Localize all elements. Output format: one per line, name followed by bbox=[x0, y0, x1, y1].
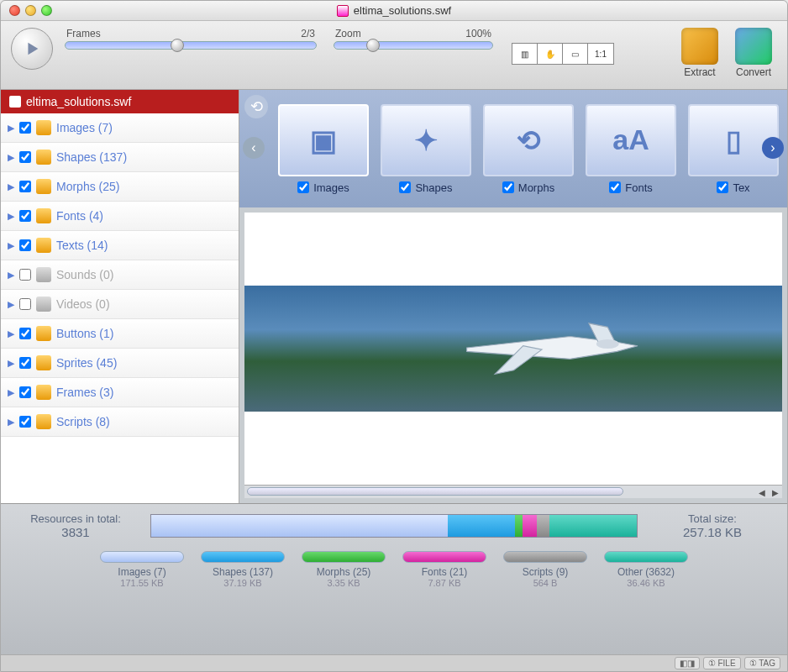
status-chip-1[interactable]: ◧◨ bbox=[675, 657, 700, 669]
sidebar-item-sprites[interactable]: ▶ Sprites (45) bbox=[1, 349, 239, 378]
play-button[interactable] bbox=[11, 28, 53, 70]
sidebar-item-videos[interactable]: ▶ Videos (0) bbox=[1, 290, 239, 319]
frames-slider-thumb[interactable] bbox=[171, 39, 184, 52]
category-checkbox-label[interactable]: Morphs bbox=[502, 181, 554, 194]
category-checkbox-label[interactable]: Images bbox=[297, 181, 349, 194]
traffic-lights bbox=[1, 5, 52, 16]
category-thumb-icon: ⟲ bbox=[483, 104, 574, 176]
sidebar-checkbox[interactable] bbox=[19, 386, 31, 398]
category-checkbox[interactable] bbox=[297, 181, 309, 193]
sidebar-checkbox[interactable] bbox=[19, 298, 31, 310]
sidebar-item-fonts[interactable]: ▶ Fonts (4) bbox=[1, 202, 239, 231]
scrollbar-right-arrow[interactable]: ▶ bbox=[769, 486, 782, 499]
horizontal-scrollbar[interactable]: ◀ ▶ bbox=[244, 485, 782, 498]
scroll-left-button[interactable]: ‹ bbox=[243, 137, 265, 159]
category-checkbox[interactable] bbox=[399, 181, 411, 193]
disclosure-triangle-icon[interactable]: ▶ bbox=[8, 328, 14, 339]
svg-point-0 bbox=[596, 339, 618, 349]
close-icon[interactable] bbox=[9, 5, 20, 16]
scroll-right-button[interactable]: › bbox=[762, 137, 784, 159]
sidebar-checkbox[interactable] bbox=[19, 210, 31, 222]
sidebar-item-shapes[interactable]: ▶ Shapes (137) bbox=[1, 143, 239, 172]
category-icon bbox=[36, 297, 51, 312]
disclosure-triangle-icon[interactable]: ▶ bbox=[8, 358, 14, 369]
sidebar-item-morphs[interactable]: ▶ Morphs (25) bbox=[1, 172, 239, 202]
legend-label: Morphs (25) bbox=[317, 566, 371, 578]
scrollbar-left-arrow[interactable]: ◀ bbox=[755, 486, 769, 499]
resource-segment-s-scr bbox=[537, 515, 549, 537]
sidebar-item-label: Fonts (4) bbox=[56, 209, 103, 223]
view-mode-1[interactable]: ▥ bbox=[512, 44, 538, 64]
sidebar-item-buttons[interactable]: ▶ Buttons (1) bbox=[1, 319, 239, 349]
undo-icon[interactable]: ⟲ bbox=[244, 95, 268, 118]
sidebar-header[interactable]: eltima_solutions.swf bbox=[1, 90, 239, 113]
sidebar-checkbox[interactable] bbox=[19, 151, 31, 163]
extract-button[interactable]: Extract bbox=[676, 28, 723, 78]
convert-button[interactable]: Convert bbox=[730, 28, 777, 78]
category-icon bbox=[36, 179, 51, 194]
view-mode-fit[interactable]: ▭ bbox=[563, 44, 588, 64]
minimize-icon[interactable] bbox=[25, 5, 36, 16]
category-label: Shapes bbox=[415, 181, 452, 194]
sidebar-checkbox[interactable] bbox=[19, 239, 31, 251]
category-card-shapes[interactable]: ✦ Shapes bbox=[379, 104, 473, 194]
disclosure-triangle-icon[interactable]: ▶ bbox=[8, 387, 14, 398]
legend-s-img: Images (7) 171.55 KB bbox=[100, 551, 184, 588]
sidebar-item-texts[interactable]: ▶ Texts (14) bbox=[1, 231, 239, 260]
zoom-icon[interactable] bbox=[41, 5, 52, 16]
sidebar-item-label: Sprites (45) bbox=[56, 356, 117, 370]
sidebar-item-scripts[interactable]: ▶ Scripts (8) bbox=[1, 407, 239, 437]
scrollbar-thumb[interactable] bbox=[247, 487, 623, 496]
preview-pane[interactable] bbox=[244, 213, 782, 485]
category-checkbox-label[interactable]: Shapes bbox=[399, 181, 452, 194]
frames-slider[interactable] bbox=[65, 41, 317, 50]
sidebar-item-sounds[interactable]: ▶ Sounds (0) bbox=[1, 260, 239, 290]
category-checkbox[interactable] bbox=[502, 181, 514, 193]
sidebar-filename: eltima_solutions.swf bbox=[26, 95, 131, 108]
view-mode-pan[interactable]: ✋ bbox=[538, 44, 563, 64]
category-card-images[interactable]: ▣ Images bbox=[276, 104, 370, 194]
disclosure-triangle-icon[interactable]: ▶ bbox=[8, 211, 14, 222]
sidebar-item-frames[interactable]: ▶ Frames (3) bbox=[1, 378, 239, 407]
preview-image bbox=[244, 286, 782, 411]
resources-label: Resources in total: 3831 bbox=[13, 512, 139, 539]
status-chip-file[interactable]: ① FILE bbox=[703, 657, 741, 669]
sidebar-item-label: Texts (14) bbox=[56, 239, 108, 252]
zoom-slider[interactable] bbox=[334, 41, 493, 50]
resource-segment-s-mor bbox=[515, 515, 523, 537]
sidebar-checkbox[interactable] bbox=[19, 269, 31, 281]
jet-illustration bbox=[428, 308, 675, 383]
disclosure-triangle-icon[interactable]: ▶ bbox=[8, 240, 14, 251]
status-chip-tag[interactable]: ① TAG bbox=[744, 657, 780, 669]
sidebar-checkbox[interactable] bbox=[19, 416, 31, 428]
legend-s-fnt: Fonts (21) 7.87 KB bbox=[402, 551, 486, 588]
extract-icon bbox=[681, 28, 718, 65]
sidebar-checkbox[interactable] bbox=[19, 122, 31, 134]
zoom-value: 100% bbox=[465, 28, 491, 39]
category-checkbox-label[interactable]: Fonts bbox=[609, 181, 653, 194]
disclosure-triangle-icon[interactable]: ▶ bbox=[8, 270, 14, 281]
category-card-morphs[interactable]: ⟲ Morphs bbox=[481, 104, 575, 194]
legend-size: 7.87 KB bbox=[428, 578, 460, 588]
category-checkbox[interactable] bbox=[609, 181, 621, 193]
category-checkbox-label[interactable]: Tex bbox=[717, 181, 749, 194]
disclosure-triangle-icon[interactable]: ▶ bbox=[8, 152, 14, 163]
disclosure-triangle-icon[interactable]: ▶ bbox=[8, 299, 14, 310]
convert-icon bbox=[735, 28, 772, 65]
sidebar-item-images[interactable]: ▶ Images (7) bbox=[1, 113, 239, 143]
frames-slider-group: Frames 2/3 bbox=[65, 28, 317, 50]
disclosure-triangle-icon[interactable]: ▶ bbox=[8, 123, 14, 134]
disclosure-triangle-icon[interactable]: ▶ bbox=[8, 417, 14, 428]
main-pane: ⟲ ‹ ▣ Images ✦ Shapes ⟲ Morphs aA Fonts … bbox=[239, 90, 787, 503]
zoom-label: Zoom bbox=[335, 28, 361, 39]
category-card-fonts[interactable]: aA Fonts bbox=[584, 104, 678, 194]
sidebar-checkbox[interactable] bbox=[19, 181, 31, 192]
category-checkbox[interactable] bbox=[717, 181, 728, 193]
sidebar-item-label: Sounds (0) bbox=[56, 268, 113, 281]
view-mode-actual[interactable]: 1:1 bbox=[588, 44, 613, 64]
sidebar-checkbox[interactable] bbox=[19, 357, 31, 369]
zoom-slider-thumb[interactable] bbox=[366, 39, 380, 52]
disclosure-triangle-icon[interactable]: ▶ bbox=[8, 181, 14, 192]
sidebar-checkbox[interactable] bbox=[19, 328, 31, 339]
category-thumb-icon: aA bbox=[586, 104, 676, 176]
